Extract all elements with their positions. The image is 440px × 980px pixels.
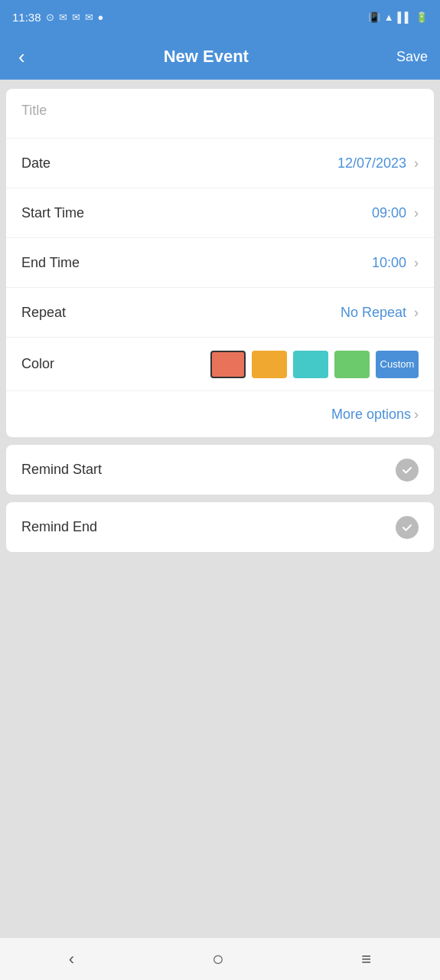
end-time-label: End Time [21, 255, 372, 271]
remind-end-check-icon[interactable] [396, 516, 419, 539]
color-label: Color [21, 356, 54, 372]
remind-end-row[interactable]: Remind End [21, 502, 419, 552]
bottom-nav: ‹ ○ ≡ [0, 937, 440, 980]
vibrate-icon: 📳 [368, 11, 380, 23]
repeat-value: No Repeat [341, 305, 406, 321]
title-placeholder: Title [21, 103, 47, 118]
nav-menu-button[interactable]: ≡ [346, 943, 386, 975]
repeat-chevron-icon: › [414, 305, 419, 321]
teal-swatch[interactable] [293, 351, 328, 378]
page-title: New Event [31, 47, 381, 67]
status-icon-mail1: ✉ [59, 11, 67, 23]
status-bar-left: 11:38 ⊙ ✉ ✉ ✉ ● [12, 11, 103, 24]
repeat-value-container: No Repeat › [341, 305, 419, 321]
start-time-value-container: 09:00 › [372, 205, 419, 221]
more-options-row[interactable]: More options › [6, 391, 434, 437]
wifi-icon: ▲ [384, 11, 394, 23]
date-label: Date [21, 155, 337, 172]
remind-start-check-icon[interactable] [396, 459, 419, 482]
status-bar-right: 📳 ▲ ▌▌ 🔋 [368, 11, 428, 23]
green-swatch[interactable] [334, 351, 370, 378]
color-row: Color Custom [6, 338, 434, 391]
header: ‹ New Event Save [0, 34, 440, 80]
more-options-label: More options [331, 407, 411, 423]
nav-home-button[interactable]: ○ [197, 941, 240, 977]
repeat-label: Repeat [21, 305, 341, 321]
signal-icon: ▌▌ [398, 11, 412, 23]
start-time-value: 09:00 [372, 205, 406, 221]
remind-end-label: Remind End [21, 519, 396, 535]
remind-start-label: Remind Start [21, 462, 396, 478]
start-time-label: Start Time [21, 205, 372, 221]
orange-swatch[interactable] [252, 351, 287, 378]
date-value: 12/07/2023 [337, 155, 406, 172]
remind-start-card: Remind Start [6, 445, 434, 495]
back-button[interactable]: ‹ [12, 42, 31, 72]
title-row[interactable]: Title [6, 89, 434, 139]
end-time-value: 10:00 [372, 255, 406, 271]
repeat-row[interactable]: Repeat No Repeat › [6, 288, 434, 338]
red-swatch[interactable] [210, 351, 246, 378]
color-swatches: Custom [70, 351, 419, 378]
status-bar: 11:38 ⊙ ✉ ✉ ✉ ● 📳 ▲ ▌▌ 🔋 [0, 0, 440, 34]
main-content: Title Date 12/07/2023 › Start Time 09:00… [0, 80, 440, 937]
remind-start-row[interactable]: Remind Start [21, 445, 419, 495]
date-chevron-icon: › [414, 155, 419, 172]
custom-color-button[interactable]: Custom [376, 351, 419, 378]
remind-end-card: Remind End [6, 502, 434, 552]
date-row[interactable]: Date 12/07/2023 › [6, 139, 434, 188]
nav-back-button[interactable]: ‹ [54, 943, 90, 975]
form-card: Title Date 12/07/2023 › Start Time 09:00… [6, 89, 434, 437]
end-time-chevron-icon: › [414, 255, 419, 271]
more-options-chevron-icon: › [414, 407, 419, 423]
end-time-value-container: 10:00 › [372, 255, 419, 271]
end-time-row[interactable]: End Time 10:00 › [6, 238, 434, 288]
save-button[interactable]: Save [396, 49, 428, 65]
start-time-row[interactable]: Start Time 09:00 › [6, 188, 434, 238]
status-icon-mail3: ✉ [85, 11, 93, 23]
status-icon-mail2: ✉ [72, 11, 80, 23]
date-value-container: 12/07/2023 › [337, 155, 419, 172]
status-icon-1: ⊙ [46, 11, 54, 23]
status-time: 11:38 [12, 11, 41, 24]
battery-icon: 🔋 [416, 11, 428, 23]
status-dot: ● [98, 11, 104, 23]
start-time-chevron-icon: › [414, 205, 419, 221]
